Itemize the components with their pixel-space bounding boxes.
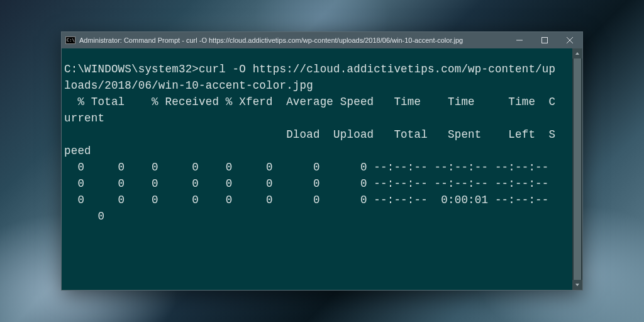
terminal-output[interactable]: C:\WINDOWS\system32>curl -O https://clou… [62, 48, 572, 290]
close-icon [567, 37, 573, 43]
scrollbar-track[interactable] [572, 58, 582, 280]
vertical-scrollbar[interactable] [572, 48, 582, 290]
maximize-button[interactable] [532, 32, 557, 48]
svg-marker-5 [575, 284, 579, 286]
titlebar[interactable]: C:\ Administrator: Command Prompt - curl… [62, 32, 582, 48]
minimize-button[interactable] [507, 32, 532, 48]
svg-marker-4 [575, 52, 579, 55]
window-title: Administrator: Command Prompt - curl -O … [79, 36, 463, 44]
svg-rect-1 [542, 38, 548, 43]
chevron-down-icon [575, 282, 580, 287]
scroll-down-button[interactable] [572, 280, 582, 290]
minimize-icon [516, 37, 523, 43]
chevron-up-icon [575, 51, 580, 56]
maximize-icon [541, 37, 548, 43]
scrollbar-thumb[interactable] [574, 58, 581, 280]
scroll-up-button[interactable] [572, 48, 582, 58]
close-button[interactable] [557, 32, 582, 48]
cmd-icon: C:\ [65, 36, 75, 44]
command-prompt-window: C:\ Administrator: Command Prompt - curl… [61, 31, 583, 291]
